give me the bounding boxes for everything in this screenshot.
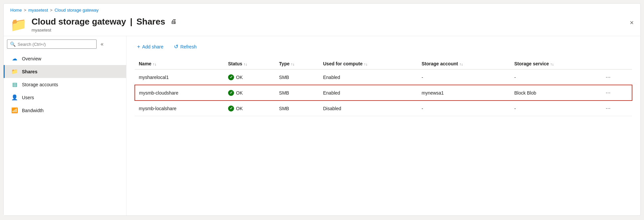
sort-icon-used_for_compute: ↑↓ — [364, 62, 367, 66]
breadcrumb-sep2: > — [50, 8, 53, 13]
title-separator: | — [130, 17, 132, 27]
search-bar: 🔍 « — [7, 39, 123, 49]
close-button[interactable]: × — [630, 19, 634, 26]
cell-actions[interactable]: ··· — [600, 101, 632, 116]
col-header-used_for_compute[interactable]: Used for compute↑↓ — [319, 58, 418, 69]
resource-icon: 📁 — [10, 18, 27, 31]
refresh-icon: ↺ — [174, 43, 178, 50]
status-label: OK — [236, 90, 243, 96]
status-dot: ✓ — [228, 90, 234, 96]
search-input-wrapper: 🔍 — [7, 39, 97, 49]
cell-storage_account: mynewsa1 — [418, 85, 510, 101]
storage-icon: ▤ — [11, 81, 18, 88]
cell-storage_service: - — [510, 101, 600, 116]
cell-type: SMB — [275, 69, 319, 85]
cell-name: mysmb-cloudshare — [135, 85, 224, 101]
breadcrumb-home[interactable]: Home — [10, 8, 22, 13]
cell-name: mysmb-localshare — [135, 101, 224, 116]
resource-name: Cloud storage gateway — [32, 17, 126, 27]
sidebar-item-label: Users — [22, 95, 34, 100]
resource-subtitle: myasetest — [32, 28, 177, 33]
sidebar-item-label: Storage accounts — [22, 82, 58, 87]
search-input[interactable] — [18, 42, 94, 47]
more-actions-button[interactable]: ··· — [604, 73, 612, 81]
sidebar-item-label: Bandwidth — [22, 108, 43, 113]
breadcrumb-current: Cloud storage gateway — [54, 8, 99, 13]
add-icon: + — [137, 44, 140, 50]
collapse-button[interactable]: « — [99, 40, 105, 48]
refresh-button[interactable]: ↺ Refresh — [171, 41, 199, 52]
cell-status: ✓ OK — [224, 85, 275, 101]
cell-actions[interactable]: ··· — [600, 69, 632, 85]
status-ok: ✓ OK — [228, 106, 271, 111]
col-header-name[interactable]: Name↑↓ — [135, 58, 224, 69]
col-header-status[interactable]: Status↑↓ — [224, 58, 275, 69]
sidebar-nav: ☁ Overview 📁 Shares ▤ Storage accounts 👤… — [4, 52, 126, 117]
toolbar: + Add share ↺ Refresh — [134, 41, 632, 52]
col-header-storage_service[interactable]: Storage service↑↓ — [510, 58, 600, 69]
cell-storage_account: - — [418, 69, 510, 85]
cell-storage_service: - — [510, 69, 600, 85]
sidebar-item-label: Shares — [22, 69, 38, 74]
main-container: Home > myasetest > Cloud storage gateway… — [3, 3, 641, 216]
page-title: Cloud storage gateway | Shares 🖨 — [32, 17, 177, 27]
sort-icon-type: ↑↓ — [291, 62, 294, 66]
table-row[interactable]: mysmb-cloudshare ✓ OK SMBEnabledmynewsa1… — [135, 85, 632, 101]
sort-icon-status: ↑↓ — [244, 62, 247, 66]
users-icon: 👤 — [11, 94, 18, 101]
table-header-row: Name↑↓Status↑↓Type↑↓Used for compute↑↓St… — [135, 58, 632, 69]
add-share-button[interactable]: + Add share — [134, 42, 166, 52]
breadcrumb: Home > myasetest > Cloud storage gateway — [4, 4, 640, 15]
cell-type: SMB — [275, 101, 319, 116]
sidebar-item-bandwidth[interactable]: 📶 Bandwidth — [4, 104, 126, 117]
main-content: + Add share ↺ Refresh Name↑↓Status↑↓Type… — [126, 36, 640, 215]
cell-name: mysharelocal1 — [135, 69, 224, 85]
more-actions-button[interactable]: ··· — [604, 104, 612, 112]
col-header-type[interactable]: Type↑↓ — [275, 58, 319, 69]
col-header-storage_account[interactable]: Storage account↑↓ — [418, 58, 510, 69]
sort-icon-storage_account: ↑↓ — [459, 62, 463, 66]
sidebar-item-label: Overview — [22, 56, 41, 61]
table-row[interactable]: mysharelocal1 ✓ OK SMBEnabled--··· — [135, 69, 632, 85]
refresh-label: Refresh — [180, 44, 197, 49]
section-name: Shares — [136, 17, 165, 27]
status-label: OK — [236, 75, 243, 80]
breadcrumb-sep1: > — [24, 8, 27, 13]
status-dot: ✓ — [228, 106, 234, 111]
cell-status: ✓ OK — [224, 101, 275, 116]
sidebar-item-storage-accounts[interactable]: ▤ Storage accounts — [4, 78, 126, 91]
folder-icon: 📁 — [11, 68, 18, 75]
sort-icon-storage_service: ↑↓ — [550, 62, 554, 66]
cell-type: SMB — [275, 85, 319, 101]
shares-table: Name↑↓Status↑↓Type↑↓Used for compute↑↓St… — [134, 58, 632, 116]
page-header: 📁 Cloud storage gateway | Shares 🖨 myase… — [4, 15, 640, 36]
sort-icon-name: ↑↓ — [153, 62, 156, 66]
cell-used_for_compute: Enabled — [319, 85, 418, 101]
cell-actions[interactable]: ··· — [600, 85, 632, 101]
cell-status: ✓ OK — [224, 69, 275, 85]
cell-used_for_compute: Enabled — [319, 69, 418, 85]
breadcrumb-myasetest[interactable]: myasetest — [28, 8, 48, 13]
status-ok: ✓ OK — [228, 74, 271, 80]
table-body: mysharelocal1 ✓ OK SMBEnabled--···mysmb-… — [135, 69, 632, 116]
sidebar: 🔍 « ☁ Overview 📁 Shares ▤ Storage accoun… — [4, 36, 126, 215]
header-title-area: Cloud storage gateway | Shares 🖨 myasete… — [32, 17, 177, 33]
col-header-actions — [600, 58, 632, 69]
status-dot: ✓ — [228, 74, 234, 80]
cloud-icon: ☁ — [11, 55, 18, 62]
search-icon: 🔍 — [10, 41, 16, 47]
sidebar-item-overview[interactable]: ☁ Overview — [4, 52, 126, 65]
body-layout: 🔍 « ☁ Overview 📁 Shares ▤ Storage accoun… — [4, 36, 640, 215]
status-label: OK — [236, 106, 243, 111]
table-row[interactable]: mysmb-localshare ✓ OK SMBDisabled--··· — [135, 101, 632, 116]
sidebar-item-users[interactable]: 👤 Users — [4, 91, 126, 104]
print-icon[interactable]: 🖨 — [171, 18, 177, 25]
cell-storage_service: Block Blob — [510, 85, 600, 101]
sidebar-item-shares[interactable]: 📁 Shares — [4, 65, 126, 78]
bandwidth-icon: 📶 — [11, 107, 18, 113]
cell-storage_account: - — [418, 101, 510, 116]
table-header: Name↑↓Status↑↓Type↑↓Used for compute↑↓St… — [135, 58, 632, 69]
more-actions-button[interactable]: ··· — [604, 89, 612, 97]
status-ok: ✓ OK — [228, 90, 271, 96]
cell-used_for_compute: Disabled — [319, 101, 418, 116]
